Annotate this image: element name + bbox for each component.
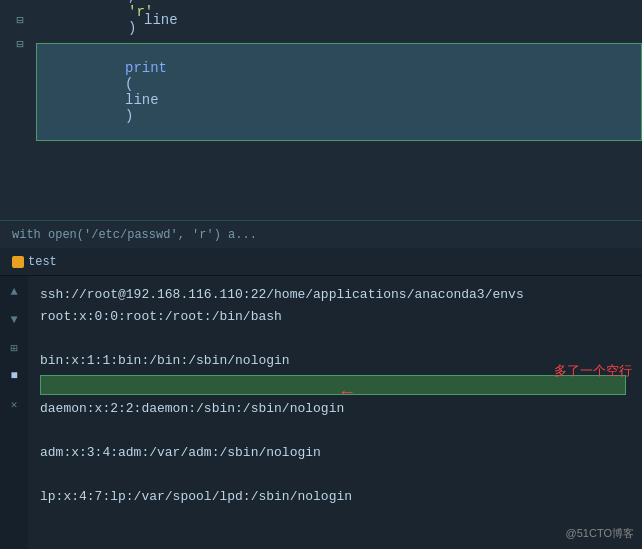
terminal-line-3	[40, 328, 630, 350]
var-line2: line	[125, 92, 159, 108]
code-area: ⊟ with open ( '/etc/passwd' , 'r' ) as f…	[0, 0, 642, 112]
terminal-line-8	[40, 464, 630, 486]
terminal-sidebar: ▲ ▼ ⊞ ■ ✕	[0, 276, 28, 549]
btn-down[interactable]: ▼	[4, 310, 24, 330]
sp	[144, 0, 152, 12]
tab-test[interactable]: test	[4, 253, 65, 271]
terminal-highlight-line	[40, 374, 630, 396]
terminal-line-1: ssh://root@192.168.116.110:22/home/appli…	[40, 284, 630, 306]
code-editor: ⊟ with open ( '/etc/passwd' , 'r' ) as f…	[0, 0, 642, 220]
terminal-line-7: adm:x:3:4:adm:/var/adm:/sbin/nologin	[40, 442, 630, 464]
status-text: with open('/etc/passwd', 'r') a...	[12, 228, 257, 242]
terminal-line-9: lp:x:4:7:lp:/var/spool/lpd:/sbin/nologin	[40, 486, 630, 508]
btn-up[interactable]: ▲	[4, 282, 24, 302]
code-line-4: print ( line )	[0, 80, 642, 104]
terminal-line-6	[40, 420, 630, 442]
tab-label: test	[28, 255, 57, 269]
paren-r: )	[125, 108, 133, 124]
btn-delete[interactable]: ✕	[4, 394, 24, 414]
tab-bar: test	[0, 248, 642, 276]
gutter-1: ⊟	[0, 13, 40, 28]
main-container: ⊟ with open ( '/etc/passwd' , 'r' ) as f…	[0, 0, 642, 549]
btn-terminal[interactable]: ■	[4, 366, 24, 386]
var-line: line	[144, 12, 178, 28]
terminal-content: ssh://root@192.168.116.110:22/home/appli…	[28, 276, 642, 549]
terminal-section: ▲ ▼ ⊞ ■ ✕ ssh://root@192.168.116.110:22/…	[0, 276, 642, 549]
fn-print: print	[125, 60, 167, 76]
btn-grid[interactable]: ⊞	[4, 338, 24, 358]
terminal-line-4: bin:x:1:1:bin:/bin:/sbin/nologin	[40, 350, 630, 372]
terminal-line-2: root:x:0:0:root:/root:/bin/bash	[40, 306, 630, 328]
status-bar: with open('/etc/passwd', 'r') a...	[0, 220, 642, 248]
terminal-highlight-box	[40, 375, 626, 395]
line-content-4: print ( line )	[36, 43, 642, 141]
terminal-line-5: daemon:x:2:2:daemon:/sbin:/sbin/nologin	[40, 398, 630, 420]
gutter-2: ⊟	[0, 37, 40, 52]
fold-icon-1[interactable]: ⊟	[16, 13, 23, 28]
watermark: @51CTO博客	[566, 526, 634, 541]
fold-icon-2[interactable]: ⊟	[16, 37, 23, 52]
sp2	[144, 28, 152, 44]
tab-icon	[12, 256, 24, 268]
paren-l: (	[125, 76, 133, 92]
